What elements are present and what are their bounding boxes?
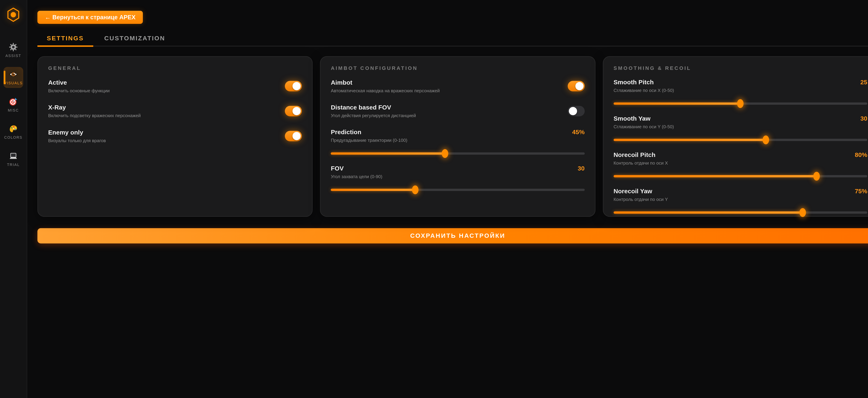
sidebar-item-label: TRIAL: [7, 163, 20, 167]
slider-desc: Угол захвата цели (0-90): [331, 174, 585, 179]
sidebar-item-colors[interactable]: COLORS: [3, 121, 23, 143]
slider-value: 30: [578, 165, 585, 172]
slider-label: Norecoil Yaw: [614, 188, 652, 195]
slider-value: 75%: [855, 188, 867, 195]
xray-toggle[interactable]: [285, 106, 302, 116]
slider-desc: Сглаживание по оси Y (0-50): [614, 124, 867, 129]
aimbot-toggle[interactable]: [568, 81, 585, 91]
distance-fov-toggle[interactable]: [568, 106, 585, 116]
panel-title: AIMBOT CONFIGURATION: [331, 65, 585, 71]
slider-thumb[interactable]: [412, 186, 419, 194]
slider-row-fov: FOV 30 Угол захвата цели (0-90): [331, 165, 585, 194]
tab-settings[interactable]: SETTINGS: [37, 31, 93, 47]
eye-icon: [9, 70, 18, 79]
slider-label: FOV: [331, 165, 344, 172]
target-icon: [9, 97, 18, 106]
sidebar: ASSIST VISUALS: [0, 0, 27, 398]
sidebar-item-assist[interactable]: ASSIST: [3, 40, 23, 61]
sidebar-nav: ASSIST VISUALS: [3, 40, 23, 170]
tab-bar: SETTINGS CUSTOMIZATION: [37, 31, 868, 47]
slider-label: Norecoil Pitch: [614, 151, 655, 159]
toggle-row-aimbot: Aimbot Автоматическая наводка на вражеск…: [331, 79, 585, 93]
slider-row-smooth-yaw: Smooth Yaw 30 Сглаживание по оси Y (0-50…: [614, 115, 867, 144]
active-toggle[interactable]: [285, 81, 302, 91]
slider-fill: [331, 152, 445, 155]
slider-thumb[interactable]: [442, 149, 448, 158]
toggle-row-active: Active Включить основные функции: [48, 79, 302, 93]
sidebar-item-label: COLORS: [4, 135, 22, 140]
slider-fill: [614, 175, 816, 177]
panel-title: GENERAL: [48, 65, 302, 71]
slider-fill: [331, 189, 415, 191]
main-content: ← Вернуться к странице APEX SETTINGS CUS…: [27, 0, 868, 398]
sidebar-item-label: ASSIST: [5, 54, 21, 58]
sidebar-item-label: MISC: [8, 108, 19, 112]
gear-icon: [9, 42, 18, 52]
toggle-label: Distance based FOV: [331, 104, 416, 111]
toggle-desc: Угол действия регулируется дистанцией: [331, 113, 416, 118]
slider-thumb[interactable]: [799, 208, 806, 217]
toggle-desc: Включить основные функции: [48, 88, 110, 93]
sidebar-item-misc[interactable]: MISC: [3, 94, 23, 115]
enemy-only-toggle[interactable]: [285, 131, 302, 141]
toggle-knob: [575, 82, 584, 90]
slider-thumb[interactable]: [763, 136, 769, 144]
panel-aimbot: AIMBOT CONFIGURATION Aimbot Автоматическ…: [320, 56, 595, 217]
toggle-knob: [292, 132, 301, 140]
toggle-label: X-Ray: [48, 104, 141, 111]
slider-thumb[interactable]: [737, 99, 744, 108]
toggle-row-distance-fov: Distance based FOV Угол действия регулир…: [331, 104, 585, 118]
slider-row-norecoil-yaw: Norecoil Yaw 75% Контроль отдачи по оси …: [614, 188, 867, 217]
fov-slider[interactable]: [331, 186, 585, 194]
sidebar-item-visuals[interactable]: VISUALS: [3, 67, 23, 88]
app-window: ASSIST VISUALS: [0, 0, 868, 398]
slider-row-norecoil-pitch: Norecoil Pitch 80% Контроль отдачи по ос…: [614, 151, 867, 180]
slider-value: 45%: [572, 129, 585, 136]
slider-fill: [614, 211, 803, 214]
toggle-desc: Автоматическая наводка на вражеских перс…: [331, 88, 440, 93]
slider-value: 25: [860, 79, 867, 86]
slider-desc: Предугадывание траектории (0-100): [331, 138, 585, 143]
slider-label: Prediction: [331, 129, 362, 136]
slider-thumb[interactable]: [813, 172, 820, 181]
panel-general: GENERAL Active Включить основные функции…: [37, 56, 313, 217]
slider-label: Smooth Pitch: [614, 79, 654, 86]
slider-fill: [614, 103, 740, 105]
prediction-slider[interactable]: [331, 149, 585, 158]
save-settings-button[interactable]: СОХРАНИТЬ НАСТРОЙКИ: [37, 228, 868, 244]
slider-value: 30: [860, 115, 867, 122]
toggle-knob: [292, 82, 301, 90]
app-logo-icon[interactable]: [7, 7, 20, 23]
norecoil-yaw-slider[interactable]: [614, 208, 867, 217]
slider-row-prediction: Prediction 45% Предугадывание траектории…: [331, 129, 585, 158]
toggle-knob: [569, 107, 577, 115]
slider-fill: [614, 139, 766, 141]
norecoil-pitch-slider[interactable]: [614, 172, 867, 180]
sidebar-item-label: VISUALS: [4, 81, 23, 85]
slider-value: 80%: [855, 151, 867, 159]
toggle-desc: Визуалы только для врагов: [48, 138, 106, 143]
slider-desc: Контроль отдачи по оси X: [614, 161, 867, 166]
settings-panels: GENERAL Active Включить основные функции…: [37, 56, 868, 217]
palette-icon: [9, 124, 18, 133]
toggle-desc: Включить подсветку вражеских персонажей: [48, 113, 141, 118]
slider-label: Smooth Yaw: [614, 115, 650, 122]
toggle-row-enemy-only: Enemy only Визуалы только для врагов: [48, 129, 302, 143]
panel-title: SMOOTHING & RECOIL: [614, 65, 867, 71]
toggle-knob: [292, 107, 301, 115]
panel-smoothing-recoil: SMOOTHING & RECOIL Smooth Pitch 25 Сглаж…: [603, 56, 868, 217]
slider-row-smooth-pitch: Smooth Pitch 25 Сглаживание по оси X (0-…: [614, 79, 867, 108]
slider-desc: Контроль отдачи по оси Y: [614, 197, 867, 202]
toggle-row-xray: X-Ray Включить подсветку вражеских персо…: [48, 104, 302, 118]
sidebar-item-trial[interactable]: TRIAL: [3, 149, 23, 170]
toggle-label: Aimbot: [331, 79, 440, 86]
toggle-label: Enemy only: [48, 129, 106, 136]
back-to-apex-button[interactable]: ← Вернуться к странице APEX: [37, 11, 143, 24]
tab-customization[interactable]: CUSTOMIZATION: [95, 31, 175, 47]
toggle-label: Active: [48, 79, 110, 86]
slider-desc: Сглаживание по оси X (0-50): [614, 88, 867, 93]
laptop-icon: [9, 151, 18, 161]
smooth-yaw-slider[interactable]: [614, 136, 867, 144]
smooth-pitch-slider[interactable]: [614, 99, 867, 108]
